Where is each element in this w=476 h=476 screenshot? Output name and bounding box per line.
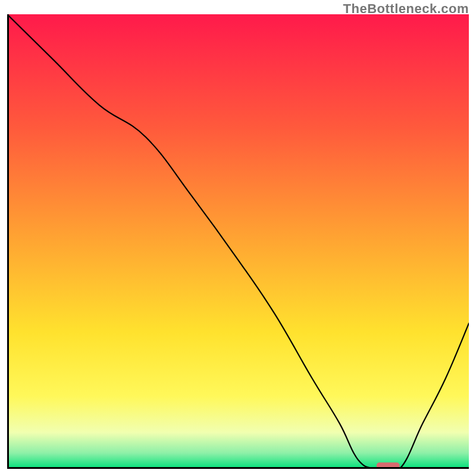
- plot-area: [7, 14, 469, 469]
- axes: [7, 14, 469, 469]
- chart-frame: TheBottleneck.com: [0, 0, 476, 476]
